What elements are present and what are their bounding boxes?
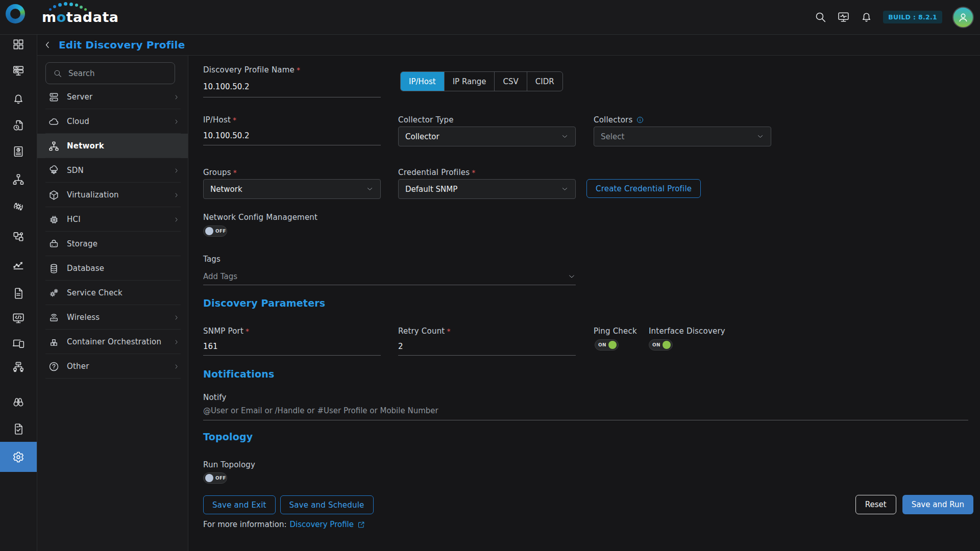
snmp-port-label: SNMP Port* [203, 326, 249, 336]
motadata-logo-icon[interactable] [6, 4, 25, 23]
sidebar-item-database[interactable]: Database [37, 256, 188, 281]
ping-check-toggle[interactable]: ON [595, 339, 619, 350]
rail-item-document[interactable] [0, 286, 37, 300]
credential-profiles-select[interactable]: Default SNMP [398, 179, 576, 199]
rail-item-settings-gear[interactable] [0, 442, 37, 472]
sidebar-search-input[interactable] [67, 68, 175, 79]
discovery-parameters-heading: Discovery Parameters [203, 297, 325, 309]
collectors-select[interactable]: Select [594, 127, 771, 146]
ip-host-input[interactable]: 10.100.50.2 [203, 128, 381, 145]
save-and-exit-button[interactable]: Save and Exit [203, 495, 276, 514]
profile-name-input[interactable]: 10.100.50.2 [203, 79, 381, 97]
sidebar-item-network[interactable]: Network [37, 134, 188, 158]
sidebar-item-label: Container Orchestration [67, 337, 161, 346]
sidebar-item-wireless[interactable]: Wireless [37, 305, 188, 330]
create-credential-profile-button[interactable]: Create Credential Profile [586, 179, 701, 198]
chevron-right-icon [173, 118, 180, 125]
notify-field [203, 406, 968, 420]
sidebar-item-server[interactable]: Server [37, 85, 188, 109]
settings-gear-icon [12, 450, 25, 464]
sidebar-item-container-orchestration[interactable]: Container Orchestration [37, 330, 188, 354]
sidebar-item-other[interactable]: Other [37, 354, 188, 379]
search-icon[interactable] [814, 11, 827, 23]
rail-item-monitor-server[interactable] [0, 64, 37, 78]
sidebar-item-label: Storage [67, 239, 97, 248]
sidebar-item-label: HCI [67, 215, 81, 224]
page-title: Edit Discovery Profile [59, 39, 185, 51]
rail-item-file-clock[interactable] [0, 118, 37, 132]
chevron-down-icon [561, 133, 569, 140]
collector-type-label: Collector Type [398, 115, 454, 124]
brand-wordmark[interactable]: motadata [42, 7, 119, 28]
external-link-icon[interactable] [357, 520, 365, 529]
tab-ip-host[interactable]: IP/Host [401, 72, 444, 91]
chevron-down-icon [561, 185, 569, 193]
retry-count-input[interactable]: 2 [398, 339, 576, 356]
notifications-bell-icon[interactable] [860, 11, 873, 23]
ncm-label: Network Config Management [203, 212, 317, 222]
rail-item-bell[interactable] [0, 92, 37, 106]
left-action-buttons: Save and Exit Save and Schedule [203, 495, 374, 514]
mode-tabs: IP/HostIP RangeCSVCIDR [400, 71, 563, 91]
topology-icon [12, 173, 25, 186]
virtualization-icon [48, 189, 60, 201]
sidebar-item-cloud[interactable]: Cloud [37, 109, 188, 134]
interface-discovery-toggle[interactable]: ON [649, 339, 673, 350]
automation-gear-icon [12, 200, 25, 213]
ip-host-label: IP/Host* [203, 115, 236, 124]
person-icon [957, 11, 970, 24]
breadcrumb: Edit Discovery Profile [37, 35, 980, 56]
chevron-right-icon [173, 192, 180, 198]
sidebar-item-label: SDN [67, 166, 84, 175]
notifications-heading: Notifications [203, 368, 275, 380]
rail-item-discovery-binoculars[interactable] [0, 395, 37, 409]
footer-info-prefix: For more information: [203, 520, 286, 529]
info-icon[interactable] [636, 116, 644, 124]
sidebar-item-hci[interactable]: HCI [37, 207, 188, 232]
top-bar: motadata BUILD : 8.2.1 [0, 0, 980, 35]
sidebar-nav: ServerCloudNetworkSDNVirtualizationHCISt… [37, 85, 188, 379]
sidebar-item-sdn[interactable]: SDN [37, 158, 188, 183]
sidebar-item-storage[interactable]: Storage [37, 232, 188, 256]
notify-input[interactable] [203, 406, 968, 420]
sidebar-item-service-check[interactable]: Service Check [37, 281, 188, 305]
sidebar-search[interactable] [45, 62, 175, 84]
tab-ip-range[interactable]: IP Range [444, 72, 495, 91]
sidebar-item-virtualization[interactable]: Virtualization [37, 183, 188, 207]
rail-item-metrics-trend[interactable] [0, 258, 37, 271]
rail-item-dashboard[interactable] [0, 37, 37, 51]
topbar-actions: BUILD : 8.2.1 [814, 0, 974, 34]
chevron-right-icon [173, 363, 180, 370]
monitor-activity-icon[interactable] [837, 11, 850, 23]
groups-select[interactable]: Network [203, 179, 381, 199]
tags-input[interactable]: Add Tags [203, 268, 576, 285]
sdn-icon [48, 165, 60, 177]
reset-button[interactable]: Reset [855, 495, 896, 514]
collectors-label: Collectors [594, 115, 644, 124]
rail-item-devices[interactable] [0, 336, 37, 350]
snmp-port-input[interactable]: 161 [203, 339, 381, 356]
footer-info: For more information: Discovery Profile [203, 520, 365, 529]
tab-csv[interactable]: CSV [494, 72, 526, 91]
rail-item-report[interactable] [0, 144, 37, 158]
rail-item-network-hub[interactable] [0, 360, 37, 374]
back-chevron-icon[interactable] [42, 40, 53, 50]
discovery-profile-doc-link[interactable]: Discovery Profile [289, 520, 354, 529]
sidebar-item-label: Cloud [67, 117, 89, 126]
rail-item-integrations[interactable] [0, 230, 37, 243]
collector-type-select[interactable]: Collector [398, 127, 576, 146]
groups-label: Groups* [203, 167, 237, 177]
save-and-schedule-button[interactable]: Save and Schedule [280, 495, 374, 514]
tab-cidr[interactable]: CIDR [527, 72, 562, 91]
topology-heading: Topology [203, 431, 253, 442]
save-and-run-button[interactable]: Save and Run [902, 495, 973, 514]
server-icon [48, 91, 60, 103]
run-topology-toggle[interactable]: OFF [203, 472, 227, 484]
rail-item-topology[interactable] [0, 172, 37, 186]
rail-item-audit-file-check[interactable] [0, 422, 37, 436]
ncm-toggle[interactable]: OFF [203, 226, 227, 237]
user-avatar[interactable] [952, 7, 974, 28]
right-action-buttons: Reset Save and Run [855, 495, 973, 514]
rail-item-automation-gear[interactable] [0, 199, 37, 213]
rail-item-code-monitor[interactable] [0, 311, 37, 325]
